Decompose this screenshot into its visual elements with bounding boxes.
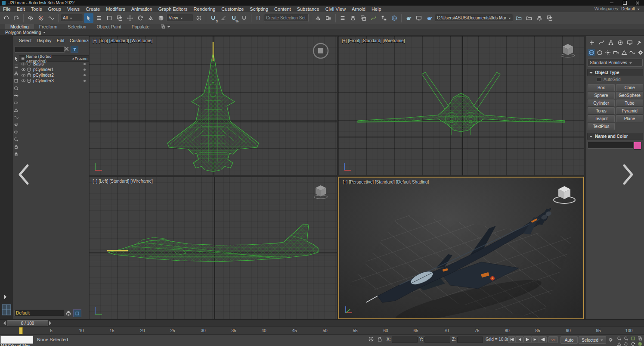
geosphere-button[interactable]: GeoSphere bbox=[616, 92, 643, 99]
teapot-button[interactable]: Teapot bbox=[588, 115, 615, 122]
cameras-category-icon[interactable] bbox=[612, 49, 619, 56]
layer-mode-icon[interactable] bbox=[13, 151, 19, 157]
menu-civil-view[interactable]: Civil View bbox=[322, 6, 349, 12]
viewport-perspective-label[interactable]: [+] [Perspective] [Standard] [Default Sh… bbox=[343, 180, 429, 184]
toggle-layer-explorer-icon[interactable] bbox=[348, 13, 358, 23]
explorer-search-input[interactable] bbox=[15, 46, 65, 53]
object-name[interactable]: pCylinder2 bbox=[33, 73, 54, 78]
snap-toggle-icon[interactable]: 3 bbox=[208, 13, 218, 23]
select-mode-icon[interactable] bbox=[13, 56, 19, 62]
frozen-toggle-icon[interactable] bbox=[84, 63, 86, 65]
window-crossing-icon[interactable] bbox=[115, 13, 124, 23]
zoom-extents-all-icon[interactable] bbox=[637, 336, 643, 341]
menu-help[interactable]: Help bbox=[368, 6, 384, 12]
hierarchy-tab-icon[interactable] bbox=[607, 39, 615, 47]
toggle-scene-explorer-icon[interactable] bbox=[338, 13, 347, 23]
viewport-front-label[interactable]: [+] [Front] [Standard] [Wireframe] bbox=[342, 38, 405, 43]
filter-helpers-icon[interactable] bbox=[13, 107, 19, 113]
zoom-extents-icon[interactable] bbox=[630, 336, 636, 341]
workspace-dropdown[interactable]: Default bbox=[621, 6, 640, 11]
select-and-rotate-icon[interactable] bbox=[136, 13, 145, 23]
named-selection-sets-combo[interactable]: Create Selection Set bbox=[264, 14, 309, 22]
time-slider-handle[interactable]: 0 / 100 bbox=[7, 320, 48, 326]
slider-step-left-icon[interactable] bbox=[1, 321, 6, 325]
maximize-button[interactable] bbox=[618, 0, 631, 6]
ribbon-tab-object-paint[interactable]: Object Paint bbox=[91, 24, 126, 29]
zoom-all-icon[interactable] bbox=[623, 336, 629, 341]
helpers-category-icon[interactable] bbox=[620, 49, 628, 56]
time-slider[interactable]: 0 / 100 bbox=[0, 319, 644, 327]
explorer-menu-select[interactable]: Select bbox=[16, 37, 34, 44]
ribbon-subtab-polygon-modeling[interactable]: Polygon Modeling bbox=[5, 30, 41, 35]
visibility-eye-icon[interactable] bbox=[21, 62, 26, 66]
visibility-eye-icon[interactable] bbox=[21, 73, 26, 78]
show-hidden-icon[interactable] bbox=[13, 129, 19, 135]
scene-object-row[interactable]: pCylinder2 bbox=[19, 72, 89, 78]
filter-geometry-icon[interactable] bbox=[13, 78, 19, 84]
angle-snap-icon[interactable] bbox=[219, 13, 228, 23]
explorer-menu-display[interactable]: Display bbox=[34, 37, 54, 44]
systems-category-icon[interactable] bbox=[637, 49, 644, 56]
lock-explorer-icon[interactable] bbox=[13, 144, 19, 150]
geometry-category-icon[interactable] bbox=[588, 49, 595, 56]
viewport-perspective[interactable]: [+] [Perspective] [Standard] [Default Sh… bbox=[338, 177, 584, 319]
select-by-name-icon[interactable] bbox=[94, 13, 104, 23]
rendered-frame-window-icon[interactable] bbox=[414, 13, 424, 23]
undo-icon[interactable] bbox=[1, 13, 11, 23]
data-exchange-icon[interactable] bbox=[535, 13, 544, 23]
tube-button[interactable]: Tube bbox=[616, 100, 643, 107]
spacewarps-category-icon[interactable] bbox=[629, 49, 636, 56]
viewcube-icon[interactable] bbox=[312, 184, 329, 199]
bind-to-space-warp-icon[interactable] bbox=[46, 13, 56, 23]
close-button[interactable] bbox=[631, 0, 644, 6]
menu-views[interactable]: Views bbox=[64, 6, 83, 12]
mirror-icon[interactable] bbox=[313, 13, 323, 23]
unl​ink-selection-icon[interactable] bbox=[36, 13, 46, 23]
create-layer-icon[interactable] bbox=[73, 309, 81, 317]
menu-tools[interactable]: Tools bbox=[28, 6, 45, 12]
primitive-category-dropdown[interactable]: Standard Primitives bbox=[588, 59, 643, 67]
filter-cameras-icon[interactable] bbox=[13, 100, 19, 106]
modify-tab-icon[interactable] bbox=[598, 39, 605, 47]
frozen-toggle-icon[interactable] bbox=[84, 80, 86, 82]
viewport-top-label[interactable]: [+] [Top] [Standard] [Wireframe] bbox=[93, 38, 152, 43]
list-view-icon[interactable] bbox=[13, 63, 19, 69]
filter-spacewarps-icon[interactable] bbox=[13, 115, 19, 120]
menu-scripting[interactable]: Scripting bbox=[247, 6, 271, 12]
find-icon[interactable] bbox=[13, 137, 19, 142]
y-coordinate-field[interactable] bbox=[424, 337, 450, 343]
object-name-field[interactable] bbox=[588, 142, 633, 149]
clear-search-icon[interactable] bbox=[65, 47, 68, 52]
plane-button[interactable]: Plane bbox=[616, 115, 643, 122]
layer-list-icon[interactable] bbox=[65, 310, 71, 316]
maximize-viewport-icon[interactable] bbox=[637, 341, 643, 346]
orbit-icon[interactable] bbox=[630, 341, 636, 346]
fov-icon[interactable] bbox=[616, 341, 622, 346]
name-and-color-rollout[interactable]: Name and Color bbox=[587, 133, 643, 140]
auto-key-button[interactable]: Auto bbox=[560, 336, 578, 344]
visibility-eye-icon[interactable] bbox=[21, 67, 26, 72]
go-to-start-button[interactable] bbox=[508, 336, 516, 343]
select-object-icon[interactable] bbox=[84, 13, 93, 23]
collapse-panel-left-arrow[interactable] bbox=[16, 163, 31, 186]
textplus-button[interactable]: TextPlus bbox=[588, 123, 615, 130]
menu-modifiers[interactable]: Modifiers bbox=[103, 6, 128, 12]
filter-shapes-icon[interactable] bbox=[13, 85, 19, 91]
zoom-icon[interactable] bbox=[616, 336, 622, 341]
render-setup-icon[interactable] bbox=[404, 13, 413, 23]
scene-object-row[interactable]: pCylinder3 bbox=[19, 78, 89, 84]
menu-file[interactable]: File bbox=[0, 6, 14, 12]
menu-edit[interactable]: Edit bbox=[14, 6, 28, 12]
object-name[interactable]: pCylinder3 bbox=[33, 78, 54, 83]
viewport-splitter-horizontal[interactable] bbox=[89, 175, 584, 177]
percent-snap-icon[interactable]: % bbox=[229, 13, 238, 23]
torus-button[interactable]: Torus bbox=[588, 107, 615, 115]
active-layer-field[interactable] bbox=[14, 310, 64, 316]
menu-content[interactable]: Content bbox=[271, 6, 294, 12]
ribbon-tab-freeform[interactable]: Freeform bbox=[34, 24, 63, 29]
menu-customize[interactable]: Customize bbox=[218, 6, 247, 12]
next-frame-button[interactable] bbox=[531, 336, 539, 343]
open-project-folder-icon[interactable] bbox=[514, 13, 523, 23]
schematic-view-icon[interactable] bbox=[379, 13, 389, 23]
key-filters-icon[interactable] bbox=[608, 337, 613, 342]
